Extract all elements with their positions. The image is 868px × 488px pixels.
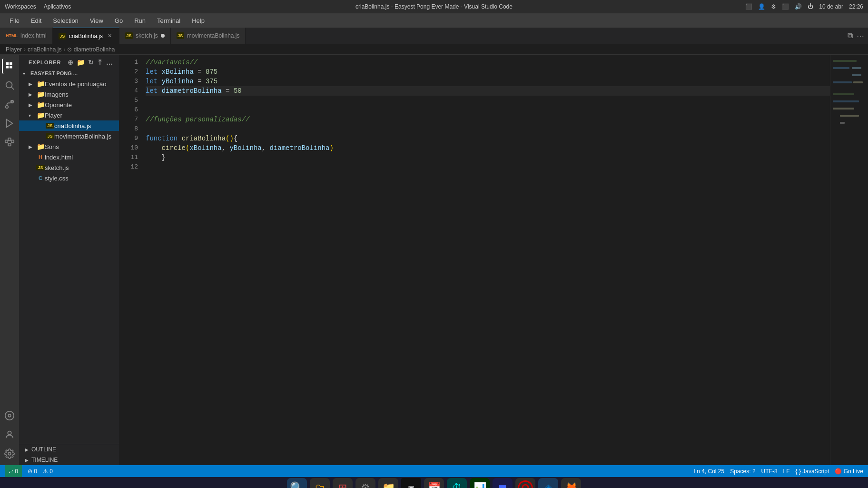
index-html-icon: H — [36, 154, 45, 160]
opera-icon: O — [518, 480, 533, 488]
sidebar-header-icons: ⊕ 📁 ↻ ⤒ … — [68, 59, 113, 66]
topbar-icon-3[interactable]: ⚙ — [771, 3, 776, 10]
outline-panel[interactable]: ▶ OUTLINE — [19, 444, 119, 455]
sketch-js-icon: JS — [36, 165, 45, 170]
menu-terminal[interactable]: Terminal — [152, 15, 185, 26]
svg-rect-21 — [833, 108, 854, 110]
close-tab-criabolinha[interactable]: ✕ — [106, 32, 113, 40]
new-folder-icon[interactable]: 📁 — [77, 59, 85, 66]
activity-debug[interactable] — [2, 116, 17, 131]
activity-explorer[interactable] — [2, 59, 17, 74]
taskbar-grid[interactable]: ⊞ — [333, 478, 353, 488]
tab-index-html[interactable]: HTML index.html — [0, 28, 53, 44]
topbar-icon-5[interactable]: 🔊 — [795, 3, 802, 10]
statusbar-encoding[interactable]: UTF-8 — [761, 468, 778, 475]
menu-selection[interactable]: Selection — [48, 15, 83, 26]
line-numbers: 1 2 3 4 5 6 7 8 9 10 11 12 — [119, 55, 142, 465]
imagens-label: Imagens — [45, 91, 119, 98]
menu-file[interactable]: File — [5, 15, 24, 26]
taskbar-blue-app[interactable]: ◼ — [493, 478, 513, 488]
menu-run[interactable]: Run — [129, 15, 150, 26]
collapse-all-icon[interactable]: ⤒ — [97, 59, 103, 66]
taskbar-clock[interactable]: ⏱ — [447, 478, 467, 488]
taskbar-filemanager[interactable]: 📁 — [378, 478, 398, 488]
split-editor-icon[interactable]: ⧉ — [848, 31, 853, 40]
taskbar-calendar[interactable]: 📅 — [424, 478, 444, 488]
player-arrow: ▾ — [29, 113, 36, 118]
activity-remote[interactable] — [2, 408, 17, 423]
activity-account[interactable] — [2, 427, 17, 442]
sidebar-header: EXPLORER ⊕ 📁 ↻ ⤒ … — [19, 55, 119, 68]
menu-go[interactable]: Go — [110, 15, 128, 26]
editor-content[interactable]: 1 2 3 4 5 6 7 8 9 10 11 12 //variaveis//… — [119, 55, 868, 465]
system-topbar: Workspaces Aplicativos criaBolinha.js - … — [0, 0, 868, 13]
svg-rect-22 — [840, 115, 859, 117]
tree-item-index-html[interactable]: H index.html — [19, 152, 119, 162]
tree-item-oponente[interactable]: ▶ 📁 Oponente — [19, 100, 119, 110]
menu-help[interactable]: Help — [187, 15, 209, 26]
breadcrumb-player[interactable]: Player — [6, 46, 22, 53]
menu-edit[interactable]: Edit — [26, 15, 46, 26]
svg-point-11 — [8, 431, 11, 435]
more-icon[interactable]: … — [106, 59, 113, 66]
statusbar-language[interactable]: { } JavaScript — [796, 468, 829, 475]
activity-source-control[interactable] — [2, 97, 17, 112]
timeline-panel[interactable]: ▶ TIMELINE — [19, 455, 119, 465]
tree-item-player[interactable]: ▾ 📁 Player — [19, 110, 119, 120]
tree-item-style-css[interactable]: C style.css — [19, 173, 119, 183]
tree-item-sons[interactable]: ▶ 📁 Sons — [19, 141, 119, 152]
new-file-icon[interactable]: ⊕ — [68, 59, 74, 66]
tab-criabolinha-js[interactable]: JS criaBolinha.js ✕ — [53, 28, 119, 44]
statusbar-golive[interactable]: 🔴 Go Live — [835, 468, 863, 475]
tree-item-imagens[interactable]: ▶ 📁 Imagens — [19, 89, 119, 100]
statusbar-errors[interactable]: ⊘ 0 — [28, 468, 37, 475]
taskbar-vscode[interactable]: ◈ — [538, 478, 558, 488]
code-area[interactable]: //variaveis// let xBolinha = 875 let yBo… — [142, 55, 830, 465]
code-line-1: //variaveis// — [146, 58, 830, 67]
html-icon: HTML — [6, 33, 18, 38]
player-label: Player — [45, 112, 119, 119]
tree-item-criabolinha[interactable]: JS criaBolinha.js — [19, 120, 119, 131]
root-label: EASYEST PONG ... — [30, 70, 78, 76]
breadcrumb-symbol[interactable]: ⊙ diametroBolinha — [67, 46, 115, 53]
workspaces-button[interactable]: Workspaces — [5, 3, 36, 10]
monitor-icon: 📊 — [473, 482, 486, 488]
statusbar-eol[interactable]: LF — [783, 468, 790, 475]
statusbar-remote[interactable]: ⇌ 0 — [5, 465, 22, 477]
taskbar-settings[interactable]: ⚙ — [355, 478, 375, 488]
eventos-label: Eventos de pontuação — [45, 80, 119, 88]
topbar-icon-1[interactable]: ⬛ — [745, 3, 752, 10]
sketch-js-label: sketch.js — [45, 164, 119, 171]
taskbar-terminal[interactable]: ▣ — [401, 478, 421, 488]
breadcrumb-file[interactable]: criaBolinha.js — [28, 46, 61, 53]
activity-settings-gear[interactable] — [2, 446, 17, 461]
tree-item-movimentabolinha[interactable]: JS movimentaBolinha.js — [19, 131, 119, 141]
topbar-icon-6[interactable]: ⏻ — [808, 3, 813, 10]
svg-rect-14 — [833, 67, 849, 69]
imagens-folder-icon: 📁 — [36, 90, 45, 98]
menu-view[interactable]: View — [85, 15, 108, 26]
topbar-icon-4[interactable]: ⬛ — [782, 3, 789, 10]
tab-label-movimenta: movimentaBolinha.js — [187, 32, 240, 39]
tab-movimentabolinha-js[interactable]: JS movimentaBolinha.js — [171, 28, 246, 44]
topbar-icon-2[interactable]: 👤 — [758, 3, 765, 10]
statusbar-warnings[interactable]: ⚠ 0 — [43, 468, 53, 475]
taskbar-monitor[interactable]: 📊 — [470, 478, 490, 488]
root-arrow: ▾ — [23, 71, 30, 76]
code-line-6 — [146, 105, 830, 115]
taskbar-firefox[interactable]: 🦊 — [561, 478, 581, 488]
tree-item-eventos[interactable]: ▶ 📁 Eventos de pontuação — [19, 79, 119, 89]
taskbar-opera[interactable]: O — [515, 478, 535, 488]
taskbar-search[interactable]: 🔍 — [287, 478, 307, 488]
tab-sketch-js[interactable]: JS sketch.js — [119, 28, 171, 44]
statusbar-cursor[interactable]: Ln 4, Col 25 — [693, 468, 724, 475]
tree-item-sketch-js[interactable]: JS sketch.js — [19, 162, 119, 173]
more-actions-icon[interactable]: ⋯ — [857, 31, 864, 40]
taskbar-files[interactable]: 🗂 — [310, 478, 330, 488]
activity-search[interactable] — [2, 78, 17, 93]
aplicativos-button[interactable]: Aplicativos — [44, 3, 71, 10]
refresh-icon[interactable]: ↻ — [88, 59, 94, 66]
tree-root[interactable]: ▾ EASYEST PONG ... — [19, 68, 119, 79]
statusbar-spaces[interactable]: Spaces: 2 — [730, 468, 755, 475]
activity-extensions[interactable] — [2, 135, 17, 150]
